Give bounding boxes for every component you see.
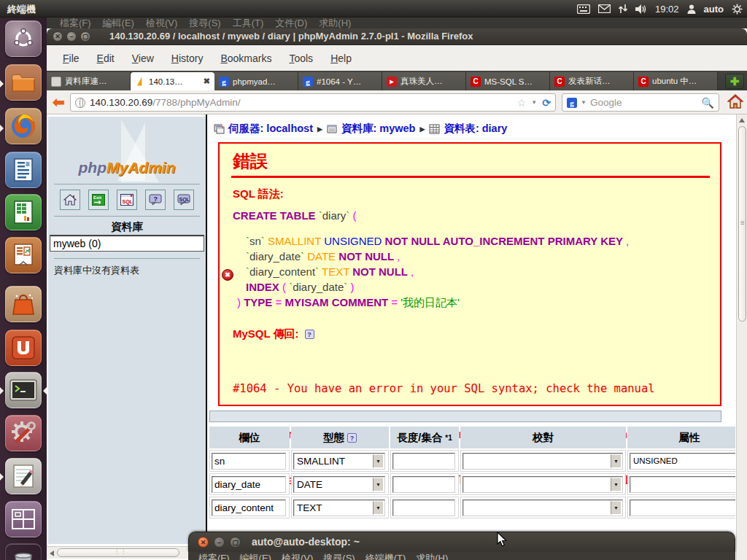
tab-close-icon[interactable]: ✖ [204, 77, 210, 86]
tab-phpmyad-search[interactable]: phpmyad… [214, 72, 298, 90]
terminal-menu-item[interactable]: 終端機(T) [365, 552, 406, 560]
bg-menu-item[interactable]: 工具(T) [233, 18, 264, 28]
bg-menu-item[interactable]: 求助(H) [319, 18, 351, 28]
bg-menu-item[interactable]: 檢視(V) [146, 18, 177, 28]
chevron-down-icon[interactable] [373, 501, 384, 515]
clock[interactable]: 19:02 [655, 4, 679, 15]
gear-icon[interactable] [732, 4, 743, 15]
search-input[interactable] [590, 97, 698, 108]
window-minimize-button[interactable]: – [66, 31, 77, 42]
mail-icon[interactable] [598, 4, 611, 13]
menu-file[interactable]: File [63, 52, 80, 64]
attributes-select[interactable] [630, 476, 735, 493]
bg-menu-item[interactable]: 編輯(E) [103, 18, 134, 28]
chevron-down-icon[interactable] [373, 478, 384, 491]
field-name-input[interactable] [212, 499, 286, 516]
field-name-input[interactable] [212, 453, 286, 470]
logout-button[interactable]: Exit [88, 190, 109, 210]
collation-select[interactable] [462, 476, 623, 493]
terminal-menu-item[interactable]: 編輯(E) [240, 552, 271, 560]
volume-icon[interactable] [635, 4, 647, 14]
terminal-window[interactable]: ✕ – ▢ auto@auto-desktop: ~ 檔案(F) 編輯(E) 檢… [188, 532, 735, 560]
window-close-button[interactable]: ✕ [198, 537, 209, 548]
sql-help-button[interactable]: SQL [174, 190, 194, 210]
menu-bookmarks[interactable]: Bookmarks [220, 52, 271, 64]
menu-view[interactable]: View [132, 52, 154, 64]
terminal-titlebar[interactable]: ✕ – ▢ auto@auto-desktop: ~ [188, 532, 735, 552]
breadcrumb-table-link[interactable]: 資料表: diary [429, 122, 507, 136]
chevron-down-icon[interactable] [611, 454, 622, 468]
keyboard-icon[interactable] [577, 4, 590, 14]
attributes-select[interactable]: UNSIGNED [630, 453, 735, 470]
trash-button[interactable] [5, 543, 42, 560]
tab-1064-search[interactable]: #1064 - Y… [298, 72, 382, 90]
chevron-down-icon[interactable] [611, 501, 622, 515]
new-tab-button[interactable]: ✚ [725, 74, 744, 89]
chevron-down-icon[interactable] [611, 478, 622, 491]
home-button[interactable] [727, 94, 743, 112]
query-window-bar[interactable] [209, 411, 721, 422]
dash-home-button[interactable] [5, 20, 42, 57]
tab-forum-post[interactable]: 发表新话… [550, 72, 634, 90]
reload-icon[interactable]: ⟳ [542, 97, 551, 109]
bg-menu-item[interactable]: 搜尋(S) [189, 18, 220, 28]
terminal-menu-item[interactable]: 求助(H) [416, 552, 448, 560]
libreoffice-writer-button[interactable] [5, 152, 42, 188]
menu-help[interactable]: Help [330, 52, 352, 64]
horizontal-scrollbar[interactable] [47, 546, 206, 559]
length-input[interactable] [392, 453, 455, 470]
url-dropdown-icon[interactable]: ▼ [531, 99, 537, 106]
vertical-scrollbar[interactable] [736, 114, 747, 560]
length-input[interactable] [392, 476, 455, 493]
type-select[interactable]: TEXT [293, 499, 385, 516]
tab-db-connect[interactable]: 資料庫連… [47, 72, 131, 90]
menu-history[interactable]: History [171, 52, 204, 64]
google-icon[interactable]: g [567, 98, 577, 108]
chevron-down-icon[interactable] [373, 454, 384, 468]
menu-edit[interactable]: Edit [97, 52, 115, 64]
text-editor-button[interactable] [5, 458, 42, 494]
bg-menu-item[interactable]: 檔案(F) [60, 18, 91, 28]
scrollbar-thumb[interactable] [738, 126, 746, 322]
search-engine-dropdown-icon[interactable]: ▼ [581, 99, 587, 106]
docs-button[interactable]: ? [145, 190, 166, 210]
firefox-button[interactable] [5, 108, 42, 144]
length-input[interactable] [392, 499, 455, 516]
home-button[interactable] [60, 190, 80, 210]
terminal-menu-item[interactable]: 檢視(V) [282, 552, 313, 560]
collation-select[interactable] [462, 453, 623, 470]
system-settings-button[interactable] [5, 415, 42, 451]
url-bar[interactable]: 140.130.20.69/7788/phpMyAdmin/ ☆ ▼ ⟳ [70, 93, 556, 112]
menu-tools[interactable]: Tools [289, 52, 313, 64]
session-user[interactable]: auto [704, 4, 724, 15]
window-minimize-button[interactable]: – [214, 537, 225, 548]
help-icon[interactable]: ? [347, 433, 357, 443]
tab-phpmyadmin-active[interactable]: 140.13… ✖ [131, 72, 214, 90]
files-button[interactable] [5, 64, 42, 101]
terminal-menu-item[interactable]: 搜尋(S) [323, 552, 355, 560]
network-updown-icon[interactable] [619, 4, 627, 14]
workspace-switcher-button[interactable] [5, 501, 42, 537]
window-maximize-button[interactable]: ▢ [230, 537, 241, 548]
window-close-button[interactable]: ✕ [53, 31, 63, 42]
type-select[interactable]: DATE [293, 476, 385, 493]
bookmark-star-icon[interactable]: ☆ [517, 97, 527, 109]
tab-ubuntu[interactable]: ubuntu 中… [634, 72, 718, 90]
ubuntu-one-button[interactable] [5, 330, 42, 366]
tab-mssql[interactable]: MS-SQL S… [466, 72, 550, 90]
libreoffice-calc-button[interactable] [5, 194, 42, 230]
field-name-input[interactable] [212, 476, 286, 493]
help-icon[interactable]: ? [305, 330, 314, 339]
scroll-up-icon[interactable] [739, 118, 745, 122]
terminal-menu-item[interactable]: 檔案(F) [198, 552, 230, 560]
sql-query-button[interactable]: SQL [117, 190, 137, 210]
search-bar[interactable]: g ▼ 🔍 [562, 93, 719, 112]
type-select[interactable]: SMALLINT [293, 453, 385, 470]
attributes-select[interactable] [630, 499, 735, 516]
terminal-button[interactable] [5, 372, 42, 408]
search-icon[interactable]: 🔍 [702, 97, 714, 109]
scroll-left-icon[interactable] [50, 551, 54, 556]
libreoffice-impress-button[interactable] [5, 237, 42, 273]
database-select[interactable]: myweb (0) [50, 235, 204, 252]
back-button[interactable]: ⬅ [53, 95, 65, 109]
